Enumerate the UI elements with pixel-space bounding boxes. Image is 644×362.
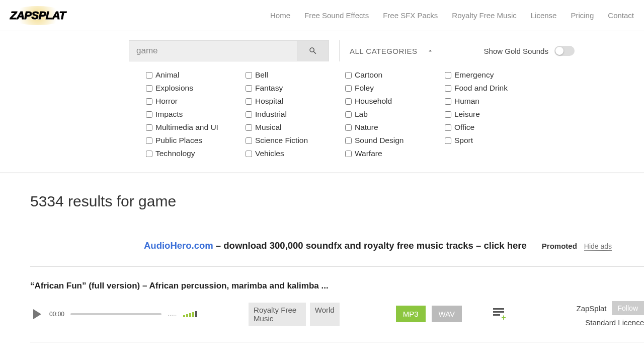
nav-royalty-free-music[interactable]: Royalty Free Music: [452, 11, 516, 20]
category-label[interactable]: Food and Drink: [454, 84, 508, 93]
category-checkbox[interactable]: [345, 137, 352, 144]
category-label[interactable]: Multimedia and UI: [155, 123, 218, 132]
category-checkbox[interactable]: [246, 98, 252, 105]
category-checkbox[interactable]: [146, 151, 152, 157]
category-item-hospital: Hospital: [246, 97, 345, 106]
category-label[interactable]: Public Places: [155, 136, 202, 145]
category-label[interactable]: Emergency: [454, 70, 494, 80]
promo-text: AudioHero.com – download 300,000 soundfx…: [144, 240, 527, 251]
search-box: [129, 40, 329, 61]
search-button[interactable]: [297, 40, 329, 61]
category-label[interactable]: Foley: [355, 84, 374, 93]
category-checkbox[interactable]: [345, 98, 352, 105]
category-label[interactable]: Vehicles: [255, 149, 284, 158]
category-item-fantasy: Fantasy: [246, 84, 345, 93]
category-label[interactable]: Household: [355, 97, 392, 106]
category-label[interactable]: Lab: [355, 110, 368, 119]
category-label[interactable]: Human: [454, 97, 479, 106]
category-item-lab: Lab: [345, 110, 445, 119]
play-button[interactable]: [33, 309, 41, 319]
sound-title[interactable]: “African Fun” (full version) – African p…: [30, 281, 644, 291]
category-checkbox[interactable]: [146, 111, 152, 118]
promo-link[interactable]: AudioHero.com: [144, 240, 213, 251]
tag-world[interactable]: World: [310, 303, 340, 326]
category-checkbox[interactable]: [246, 111, 252, 118]
nav-free-sound-effects[interactable]: Free Sound Effects: [304, 11, 369, 20]
category-checkbox[interactable]: [445, 124, 451, 131]
category-label[interactable]: Nature: [355, 123, 378, 132]
category-label[interactable]: Musical: [255, 123, 282, 132]
nav-license[interactable]: License: [531, 11, 557, 20]
category-item-technology: Technology: [146, 149, 246, 158]
category-checkbox[interactable]: [146, 98, 152, 105]
search-input[interactable]: [129, 40, 297, 61]
download-mp3-button[interactable]: MP3: [396, 306, 426, 322]
category-checkbox[interactable]: [345, 124, 352, 131]
divider: [30, 342, 644, 342]
category-checkbox[interactable]: [246, 137, 252, 144]
category-checkbox[interactable]: [345, 111, 352, 118]
category-label[interactable]: Hospital: [255, 97, 283, 106]
category-label[interactable]: Fantasy: [255, 84, 283, 93]
main-nav: Home Free Sound Effects Free SFX Packs R…: [270, 11, 634, 20]
category-label[interactable]: Science Fiction: [255, 136, 308, 145]
category-label[interactable]: Cartoon: [355, 70, 382, 80]
nav-pricing[interactable]: Pricing: [571, 11, 594, 20]
category-checkbox[interactable]: [146, 137, 152, 144]
tag-royalty-free-music[interactable]: Royalty Free Music: [249, 303, 306, 326]
category-item-foley: Foley: [345, 84, 445, 93]
progress-bar[interactable]: [70, 313, 162, 315]
category-item-human: Human: [445, 97, 544, 106]
category-checkbox[interactable]: [246, 124, 252, 131]
category-checkbox[interactable]: [345, 151, 352, 157]
logo[interactable]: ZAPSPLAT: [10, 9, 65, 22]
nav-contact[interactable]: Contact: [608, 11, 634, 20]
category-checkbox[interactable]: [445, 85, 451, 92]
category-checkbox[interactable]: [445, 98, 451, 105]
categories-toggle-label: ALL CATEGORIES: [350, 47, 418, 55]
category-label[interactable]: Bell: [255, 70, 268, 80]
category-label[interactable]: Animal: [155, 70, 179, 80]
category-item-musical: Musical: [246, 123, 345, 132]
category-label[interactable]: Industrial: [255, 110, 287, 119]
category-label[interactable]: Technology: [155, 149, 195, 158]
category-checkbox[interactable]: [445, 111, 451, 118]
gold-sounds-label: Show Gold Sounds: [484, 47, 548, 55]
promo-row: AudioHero.com – download 300,000 soundfx…: [30, 240, 644, 266]
plus-icon: +: [501, 313, 506, 322]
categories-toggle[interactable]: ALL CATEGORIES: [350, 47, 434, 55]
hide-ads-link[interactable]: Hide ads: [584, 242, 612, 251]
gold-sounds-toggle[interactable]: [554, 46, 575, 56]
category-item-office: Office: [445, 123, 544, 132]
results-heading: 5334 results for game: [30, 193, 644, 210]
sound-author[interactable]: ZapSplat: [576, 304, 606, 313]
category-label[interactable]: Warfare: [355, 149, 382, 158]
category-item-sport: Sport: [445, 136, 544, 145]
category-checkbox[interactable]: [445, 72, 451, 79]
category-checkbox[interactable]: [146, 124, 152, 131]
category-label[interactable]: Leisure: [454, 110, 480, 119]
category-checkbox[interactable]: [146, 72, 152, 79]
category-item-multimedia-and-ui: Multimedia and UI: [146, 123, 246, 132]
category-label[interactable]: Impacts: [155, 110, 183, 119]
volume-control[interactable]: [183, 311, 197, 317]
licence-link[interactable]: Standard Licence: [585, 318, 644, 327]
follow-button[interactable]: Follow: [612, 301, 644, 315]
category-label[interactable]: Office: [454, 123, 474, 132]
category-label[interactable]: Horror: [155, 97, 178, 106]
category-checkbox[interactable]: [146, 85, 152, 92]
nav-home[interactable]: Home: [270, 11, 290, 20]
category-label[interactable]: Explosions: [155, 84, 193, 93]
category-checkbox[interactable]: [445, 137, 451, 144]
download-wav-button[interactable]: WAV: [432, 306, 462, 322]
category-checkbox[interactable]: [246, 72, 252, 79]
category-checkbox[interactable]: [345, 85, 352, 92]
category-checkbox[interactable]: [246, 151, 252, 157]
category-item-emergency: Emergency: [445, 70, 544, 80]
category-label[interactable]: Sport: [454, 136, 473, 145]
category-checkbox[interactable]: [345, 72, 352, 79]
add-to-playlist-button[interactable]: +: [493, 308, 505, 320]
category-checkbox[interactable]: [246, 85, 252, 92]
category-label[interactable]: Sound Design: [355, 136, 404, 145]
nav-free-sfx-packs[interactable]: Free SFX Packs: [383, 11, 438, 20]
